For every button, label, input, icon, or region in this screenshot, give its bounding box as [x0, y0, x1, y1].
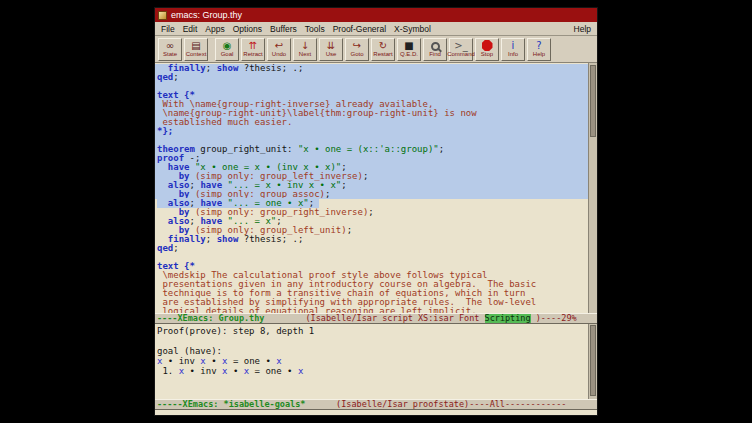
modeline-segment: )----29% [531, 313, 577, 323]
help-button[interactable]: ?Help [527, 38, 551, 61]
modeline-segment: (Isabelle/Isar proofstate)----All-------… [305, 399, 566, 409]
goals-buffer[interactable]: Proof(prove): step 8, depth 1 goal (have… [155, 324, 597, 399]
code-line: finally; show ?thesis; .; [155, 64, 588, 73]
toolbar-label: Use [326, 51, 337, 58]
goal-line: 1. x • inv x • x = one • x [155, 366, 588, 376]
info-icon: i [512, 40, 515, 51]
command-icon: >_ [454, 40, 467, 51]
restart-button[interactable]: ↻Restart [371, 38, 395, 61]
code-line: theorem group_right_unit: "x • one = (x:… [155, 145, 588, 154]
code-line [155, 253, 588, 262]
title-bar[interactable]: emacs: Group.thy [155, 8, 597, 22]
undo-icon: ↩ [275, 40, 283, 51]
find-icon [431, 42, 440, 51]
toolbar-label: Context [186, 51, 207, 58]
use-button[interactable]: ⇊Use [319, 38, 343, 61]
goal-line: goal (have): [155, 346, 588, 356]
state-button[interactable]: ∞State [158, 38, 182, 61]
modeline-segment: ----XEmacs: Group.thy [157, 313, 264, 323]
goal-line: Proof(prove): step 8, depth 1 [155, 326, 588, 336]
script-scrollbar-thumb[interactable] [590, 65, 596, 137]
toolbar-label: Retract [243, 51, 262, 58]
desktop: { "window": { "title": "emacs: Group.thy… [0, 0, 752, 423]
menu-item-buffers[interactable]: Buffers [266, 24, 301, 34]
find-button[interactable]: Find [423, 38, 447, 61]
retract-button[interactable]: ⇈Retract [241, 38, 265, 61]
next-icon: ↓ [301, 40, 309, 51]
code-line: qed; [155, 73, 588, 82]
toolbar-label: Command [447, 51, 475, 58]
undo-button[interactable]: ↩Undo [267, 38, 291, 61]
info-button[interactable]: iInfo [501, 38, 525, 61]
menu-bar: FileEditAppsOptionsBuffersToolsProof-Gen… [155, 22, 597, 36]
menu-item-tools[interactable]: Tools [301, 24, 329, 34]
menu-item-x-symbol[interactable]: X-Symbol [390, 24, 435, 34]
context-button[interactable]: ▤Context [184, 38, 208, 61]
window-icon [158, 11, 167, 20]
toolbar-label: Next [299, 51, 311, 58]
retract-icon: ⇈ [249, 40, 257, 51]
stop-icon [482, 40, 493, 51]
qed-button[interactable]: ■Q.E.D. [397, 38, 421, 61]
restart-icon: ↻ [379, 40, 387, 51]
toolbar-label: Stop [481, 51, 493, 58]
modeline-script-buffer: ----XEmacs: Group.thy (Isabelle/Isar scr… [155, 313, 597, 324]
context-icon: ▤ [191, 40, 200, 51]
menu-item-file[interactable]: File [157, 24, 179, 34]
goals-scrollbar[interactable] [588, 324, 597, 399]
goal-button[interactable]: ◉Goal [215, 38, 239, 61]
command-button[interactable]: >_Command [449, 38, 473, 61]
modeline-segment: Scripting [485, 313, 531, 323]
code-line [155, 82, 588, 91]
toolbar-label: State [163, 51, 177, 58]
script-scrollbar[interactable] [588, 63, 597, 313]
menu-item-help[interactable]: Help [570, 24, 595, 34]
code-line: established much easier. [155, 118, 588, 127]
toolbar-label: Q.E.D. [400, 51, 418, 58]
goals-scrollbar-thumb[interactable] [590, 325, 596, 396]
goal-line: x • inv x • x = one • x [155, 356, 588, 366]
goto-button[interactable]: ↪Goto [345, 38, 369, 61]
toolbar-label: Restart [373, 51, 392, 58]
goal-line [155, 336, 588, 346]
menu-item-options[interactable]: Options [229, 24, 266, 34]
next-button[interactable]: ↓Next [293, 38, 317, 61]
code-line: logical details of equational reasoning … [155, 307, 588, 313]
qed-icon: ■ [404, 40, 413, 51]
use-icon: ⇊ [327, 40, 335, 51]
menu-item-apps[interactable]: Apps [201, 24, 228, 34]
modeline-segment: -----XEmacs: *isabelle-goals* [157, 399, 305, 409]
goto-icon: ↪ [353, 40, 361, 51]
xemacs-window: emacs: Group.thy FileEditAppsOptionsBuff… [154, 7, 598, 416]
minibuffer-echo-area[interactable] [155, 410, 597, 415]
modeline-goals-buffer: -----XEmacs: *isabelle-goals* (Isabelle/… [155, 399, 597, 410]
menu-item-edit[interactable]: Edit [179, 24, 202, 34]
help-icon: ? [536, 40, 541, 51]
toolbar-label: Goto [350, 51, 363, 58]
toolbar-label: Info [508, 51, 518, 58]
script-buffer[interactable]: finally; show ?thesis; .;qed; text {* Wi… [155, 63, 597, 313]
toolbar-label: Undo [272, 51, 286, 58]
stop-button[interactable]: Stop [475, 38, 499, 61]
menu-item-proof-general[interactable]: Proof-General [329, 24, 390, 34]
modeline-segment: (Isabelle/Isar script XS:isar Font [264, 313, 484, 323]
code-line: qed; [155, 244, 588, 253]
code-line: *}; [155, 127, 588, 136]
goal-icon: ◉ [223, 40, 232, 51]
toolbar-label: Help [533, 51, 545, 58]
code-line: finally; show ?thesis; .; [155, 235, 588, 244]
toolbar-label: Goal [221, 51, 234, 58]
script-buffer-text: finally; show ?thesis; .;qed; text {* Wi… [155, 64, 588, 313]
goals-buffer-text: Proof(prove): step 8, depth 1 goal (have… [155, 326, 588, 376]
window-title: emacs: Group.thy [171, 8, 242, 22]
proof-general-toolbar: ∞State▤Context◉Goal⇈Retract↩Undo↓Next⇊Us… [155, 36, 597, 63]
state-icon: ∞ [166, 40, 174, 51]
